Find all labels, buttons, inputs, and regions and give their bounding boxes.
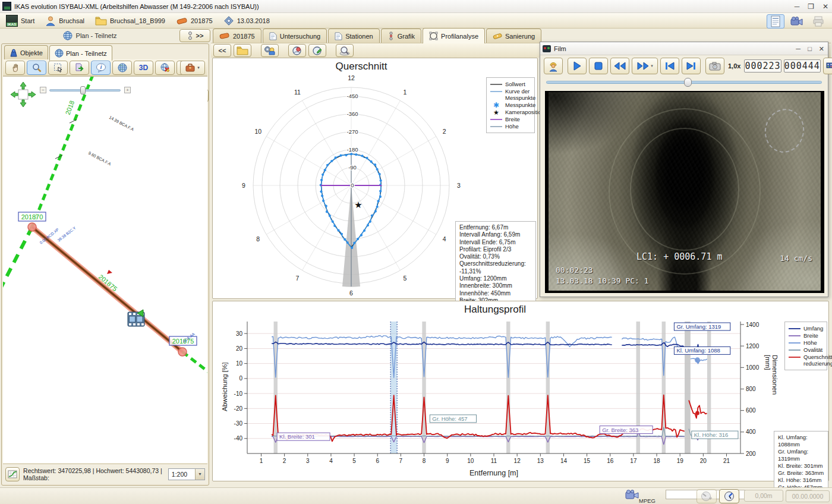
node-downstream-marker[interactable] bbox=[178, 348, 187, 356]
fast-forward-button[interactable]: ▾ bbox=[632, 58, 658, 74]
stop-button[interactable] bbox=[589, 58, 608, 74]
film-titlebar[interactable]: Film ─ □ ✕ bbox=[540, 42, 828, 55]
map-zoom-slider[interactable]: − + bbox=[40, 85, 130, 96]
line-swatch bbox=[789, 339, 801, 346]
world-view-button[interactable] bbox=[112, 61, 132, 75]
user-icon bbox=[45, 15, 56, 26]
city-button[interactable]: Bruchsal bbox=[43, 14, 90, 27]
map-tools-menu-button[interactable]: ▾ bbox=[180, 61, 205, 75]
zoom-tool-button[interactable] bbox=[27, 61, 46, 75]
film-minimize-button[interactable]: ─ bbox=[796, 45, 801, 52]
meter-add-button[interactable] bbox=[697, 489, 717, 503]
tab-sanierung[interactable]: Sanierung bbox=[486, 29, 541, 43]
map-canvas[interactable]: 201870201875201814.39 BCA.F.A9.60 BCA.F.… bbox=[3, 76, 207, 463]
chart-annotation: Gr. Höhe: 457 bbox=[430, 415, 476, 423]
y-right-tick-label: 1200 bbox=[746, 343, 759, 349]
legend-item: Höhe bbox=[789, 339, 823, 346]
tab-untersuchung[interactable]: Untersuchung bbox=[263, 29, 327, 43]
film-view-button[interactable] bbox=[788, 14, 806, 29]
pipe-tab-icon bbox=[219, 32, 230, 40]
svg-text:Kl. Breite: 301: Kl. Breite: 301 bbox=[279, 433, 315, 440]
film-close-button[interactable]: ✕ bbox=[819, 45, 824, 53]
node-upstream-label[interactable]: 201870 bbox=[18, 212, 46, 221]
video-display[interactable]: LC1: + 0006.71 m 14 cm/s 00:02:23 13.03.… bbox=[545, 91, 824, 293]
selected-haltung-edge[interactable] bbox=[32, 227, 182, 352]
restore-button[interactable]: ❒ bbox=[808, 2, 814, 11]
play-button[interactable] bbox=[568, 58, 587, 74]
profile-circle-icon bbox=[429, 32, 438, 40]
object-button[interactable]: 201875 bbox=[174, 14, 219, 27]
close-button[interactable]: ✕ bbox=[822, 2, 828, 11]
tab-stationen[interactable]: Stationen bbox=[328, 29, 379, 43]
zoom-out-button[interactable]: − bbox=[40, 87, 46, 93]
graph-node-icon bbox=[387, 32, 395, 40]
coordinate-display-button[interactable] bbox=[5, 467, 20, 481]
film-clip-icon[interactable] bbox=[128, 310, 144, 326]
reach-line-downstream[interactable] bbox=[182, 352, 207, 374]
chart-annotation: Gr. Breite: 363 bbox=[600, 426, 653, 434]
meter-date-field: 00.00.0000 bbox=[786, 490, 830, 502]
left-panel-header: Plan - Teilnetz bbox=[1, 29, 178, 43]
profile-info-line: Innenhöhe: 450mm bbox=[459, 290, 532, 297]
combo-dropdown-icon[interactable]: ▼ bbox=[195, 469, 204, 480]
scale-combobox[interactable]: 1:200 ▼ bbox=[168, 468, 205, 480]
meter-active-button[interactable] bbox=[719, 489, 739, 503]
rewind-button[interactable] bbox=[610, 58, 629, 74]
x-tick-label: 12 bbox=[514, 458, 521, 464]
goto-object-button[interactable] bbox=[70, 61, 89, 75]
pan-tool-button[interactable] bbox=[5, 61, 25, 75]
tab-object[interactable]: 201875 bbox=[213, 29, 261, 43]
node-upstream-marker[interactable] bbox=[28, 223, 36, 231]
print-button[interactable] bbox=[809, 14, 827, 29]
speed-dropdown-caret[interactable]: ▾ bbox=[651, 64, 653, 68]
svg-text:Gr. Breite: 363: Gr. Breite: 363 bbox=[602, 427, 638, 433]
snapshot-button[interactable] bbox=[705, 58, 724, 74]
profile-preview-button[interactable] bbox=[336, 44, 354, 57]
map-pan-cross[interactable] bbox=[10, 81, 36, 108]
zoom-thumb[interactable] bbox=[80, 86, 86, 94]
operator-button[interactable] bbox=[544, 58, 563, 74]
skip-start-button[interactable] bbox=[660, 58, 679, 74]
open-folder-button[interactable] bbox=[234, 44, 251, 57]
profile-info-line: Entfernung: 6,67m bbox=[459, 224, 532, 231]
svg-text:Kl. Umfang: 1088: Kl. Umfang: 1088 bbox=[676, 347, 720, 354]
legend-item: Sollwert bbox=[490, 81, 531, 87]
haltungsprofil-summary: Kl. Umfang: 1088mmGr. Umfang: 1319mmKl. … bbox=[774, 431, 828, 494]
info-tool-button[interactable]: i bbox=[91, 61, 111, 75]
3d-view-button[interactable]: 3D bbox=[134, 61, 153, 75]
y-right-axis-label: Dimensionen [mm] bbox=[764, 355, 779, 405]
skip-start-icon bbox=[664, 61, 675, 71]
profile-marker-button[interactable] bbox=[288, 44, 306, 57]
zoom-in-button[interactable]: + bbox=[124, 87, 131, 93]
reach-line-continuation[interactable] bbox=[3, 227, 32, 291]
current-value-marker bbox=[695, 357, 700, 363]
film-position-slider[interactable] bbox=[546, 77, 822, 90]
y-right-tick-label: 200 bbox=[746, 451, 756, 457]
dropdown-caret: ▾ bbox=[197, 65, 200, 70]
film-settings-button[interactable] bbox=[823, 58, 832, 74]
report-view-button[interactable] bbox=[767, 14, 784, 29]
reach-line-upstream[interactable] bbox=[32, 77, 97, 227]
meter-icon bbox=[723, 491, 735, 502]
select-tool-button[interactable] bbox=[48, 61, 68, 75]
x-tick-label: 3 bbox=[306, 458, 310, 464]
tab-objekte[interactable]: Objekte bbox=[4, 45, 48, 59]
tab-profilanalyse[interactable]: Profilanalyse bbox=[423, 28, 485, 43]
x-tick-label: 13 bbox=[537, 458, 544, 464]
minimize-button[interactable]: ─ bbox=[795, 2, 800, 11]
inspection-date-button[interactable]: 13.03.2018 bbox=[221, 14, 276, 27]
analysis-settings-button[interactable] bbox=[261, 44, 279, 57]
summary-line: Kl. Breite: 301mm bbox=[778, 462, 824, 470]
tab-plan-teilnetz[interactable]: Plan - Teilnetz bbox=[49, 45, 112, 61]
tab-grafik[interactable]: Grafik bbox=[381, 29, 421, 43]
profile-edit-button[interactable] bbox=[308, 44, 326, 57]
project-button[interactable]: Bruchsal_18_B999 bbox=[93, 14, 171, 27]
remove-overlay-button[interactable] bbox=[155, 61, 175, 75]
expand-panel-button[interactable]: >> bbox=[179, 29, 210, 42]
back-button[interactable]: << bbox=[213, 44, 231, 57]
skip-end-button[interactable] bbox=[682, 58, 701, 74]
start-button[interactable]: IKAS Start bbox=[4, 14, 40, 27]
report-icon bbox=[770, 15, 781, 27]
film-maximize-button[interactable]: □ bbox=[808, 45, 812, 52]
film-slider-thumb[interactable] bbox=[684, 78, 692, 87]
